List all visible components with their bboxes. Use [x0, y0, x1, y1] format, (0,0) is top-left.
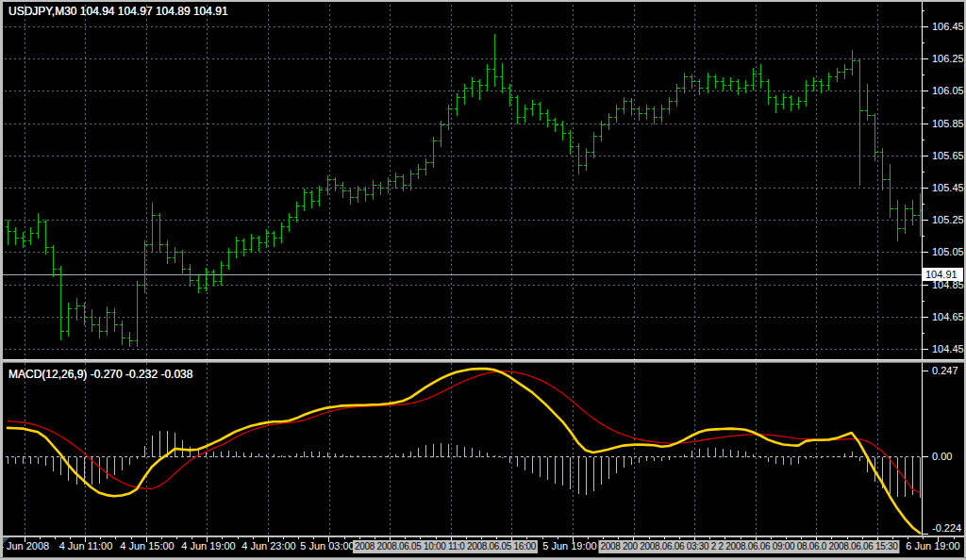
bid-price-label: 104.91 [923, 268, 963, 281]
axis-tick [922, 188, 928, 189]
axis-tick [922, 91, 928, 91]
price-axis-label: 105.25 [932, 214, 964, 225]
axis-tick [922, 333, 924, 334]
axis-tick [922, 156, 928, 156]
time-axis-label: 4 Jun 23:00 [242, 540, 296, 552]
axis-tick [922, 107, 924, 108]
macd-axis-label: -0.224 [932, 522, 961, 534]
macd-axis-label: 0.00 [932, 451, 952, 462]
time-axis-label: 4 Jun 11:00 [59, 540, 113, 552]
time-axis[interactable]: 4 Jun 20084 Jun 11:004 Jun 15:004 Jun 19… [0, 535, 966, 557]
axis-tick [922, 172, 924, 173]
axis-tick [922, 285, 928, 286]
ohlc-bars [6, 34, 923, 347]
price-axis-label: 106.05 [932, 85, 964, 96]
main-price-chart-panel[interactable] [0, 0, 922, 360]
axis-tick [922, 236, 924, 237]
axis-tick [922, 220, 928, 221]
macd-indicator-panel[interactable] [0, 363, 922, 535]
axis-tick [922, 74, 924, 75]
axis-tick [922, 371, 928, 371]
price-axis[interactable]: 106.45106.25106.05105.85105.65105.45105.… [922, 0, 966, 535]
axis-tick [922, 349, 928, 350]
axis-tick [922, 456, 928, 457]
price-axis-label: 105.45 [932, 182, 964, 193]
window-frame-left [0, 0, 3, 560]
axis-tick [922, 26, 928, 27]
trading-terminal-chart-window: USDJPY,M30 104.94 104.97 104.89 104.91 M… [0, 0, 966, 560]
macd-signal-line [8, 371, 920, 493]
panel-splitter-handle[interactable] [0, 359, 966, 363]
price-chart-canvas [0, 0, 922, 360]
price-axis-label: 104.65 [932, 311, 964, 322]
axis-tick [922, 301, 924, 302]
price-axis-label: 105.85 [932, 118, 964, 129]
macd-indicator-label: MACD(12,26,9) -0.270 -0.232 -0.038 [8, 368, 192, 381]
macd-axis-label: 0.247 [932, 365, 958, 376]
price-axis-label: 105.05 [932, 246, 964, 257]
time-axis-label: 4 Jun 2008 [0, 540, 49, 552]
time-axis-label-highlighted: 2008 2008.06.05 10:00 11:0 2008.06.05 16… [353, 540, 538, 553]
chart-title: USDJPY,M30 104.94 104.97 104.89 104.91 [8, 5, 228, 18]
macd-canvas [0, 363, 922, 535]
price-axis-label: 104.45 [932, 343, 964, 354]
axis-tick [922, 42, 924, 43]
axis-tick [922, 317, 928, 318]
axis-tick [922, 140, 924, 140]
time-axis-label: 5 Jun 03:00 [300, 540, 355, 552]
time-axis-label: 5 Jun 19:00 [542, 540, 597, 552]
axis-tick [922, 58, 928, 59]
time-axis-label-highlighted: 2008 200 2008.06.06 03:30 2 2 2008.06.06… [598, 540, 899, 553]
axis-tick [922, 252, 928, 253]
macd-histogram [8, 431, 921, 498]
price-axis-label: 106.25 [932, 53, 964, 64]
price-axis-label: 106.45 [932, 21, 964, 32]
axis-tick [922, 124, 928, 124]
price-axis-label: 105.65 [932, 150, 964, 161]
window-frame-top [0, 0, 966, 2]
axis-tick [922, 204, 924, 205]
axis-tick [922, 10, 924, 11]
time-axis-label: 6 Jun 19:00 [906, 540, 960, 552]
axis-tick [922, 534, 928, 535]
time-axis-label: 4 Jun 15:00 [120, 540, 175, 552]
time-axis-label: 4 Jun 19:00 [181, 540, 236, 552]
